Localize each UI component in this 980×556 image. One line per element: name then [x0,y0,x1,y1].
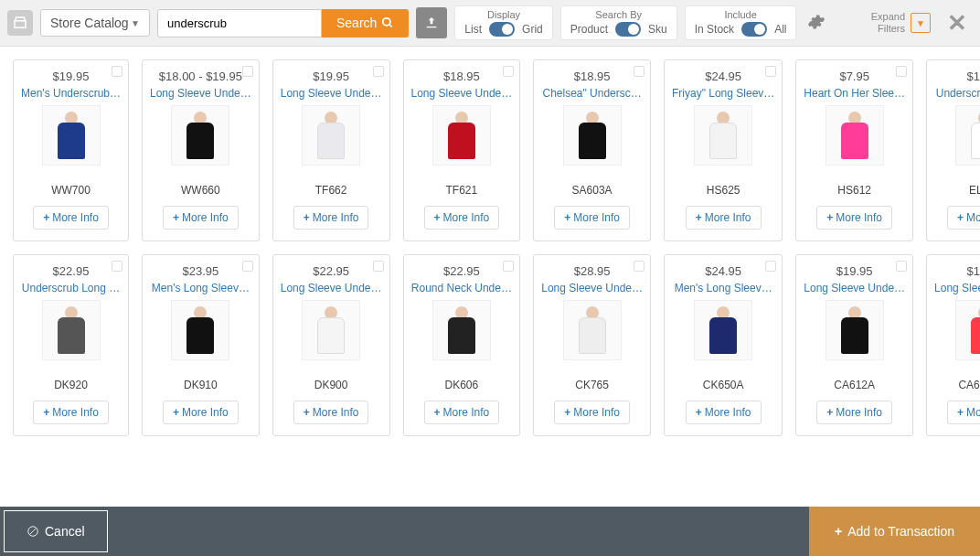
select-checkbox[interactable] [765,261,776,272]
add-to-transaction-button[interactable]: + Add to Transaction [809,507,980,511]
more-info-button[interactable]: More Info [163,206,239,230]
select-checkbox[interactable] [765,66,776,77]
searchby-toggle[interactable]: Search By Product Sku [560,5,677,40]
searchby-sku-label: Sku [648,23,667,36]
more-info-button[interactable]: More Info [33,206,109,230]
product-name-link[interactable]: Chelsea" Undersc… [541,87,643,100]
product-sku: WW700 [51,184,91,197]
product-price: $22.95 [53,264,90,278]
product-name-link[interactable]: Men's Long Sleev… [150,282,251,294]
more-info-button[interactable]: More Info [947,206,980,230]
search-button[interactable]: Search [322,9,409,37]
product-card: $19.95 Men's Underscrub… WW700 More Info [13,59,129,241]
select-checkbox[interactable] [634,66,644,77]
product-name-link[interactable]: Heart On Her Slee… [804,87,905,100]
product-sku: DK900 [314,379,348,391]
product-thumbnail[interactable] [302,105,360,166]
product-card: $19.95 Underscrubs Knit … EL915 More Inf… [926,59,980,241]
product-price: $24.95 [705,264,741,278]
display-toggle[interactable]: Display List Grid [454,5,552,40]
select-checkbox[interactable] [896,66,907,77]
catalog-dropdown[interactable]: Store Catalog ▼ [40,9,150,37]
more-info-button[interactable]: More Info [554,401,630,424]
product-name-link[interactable]: Long Sleeve Unde… [411,87,513,100]
product-name-link[interactable]: Men's Long Sleev… [672,282,774,294]
store-icon [7,10,33,36]
product-thumbnail[interactable] [432,105,491,166]
chevron-down-icon: ▼ [131,18,140,28]
more-info-button[interactable]: More Info [33,401,109,424]
product-name-link[interactable]: Underscrub Long … [21,282,121,294]
product-thumbnail[interactable] [432,300,491,360]
expand-filters-button[interactable]: Expand Filters ▼ [871,11,931,35]
product-thumbnail[interactable] [42,300,101,360]
include-toggle[interactable]: Include In Stock All [685,5,797,40]
searchby-label: Search By [595,9,642,20]
display-grid-label: Grid [522,23,543,36]
product-thumbnail[interactable] [955,105,980,166]
select-checkbox[interactable] [112,66,122,77]
search-input[interactable] [157,9,322,37]
cancel-button[interactable]: Cancel [4,510,108,511]
settings-button[interactable] [807,13,826,34]
product-thumbnail[interactable] [826,105,884,166]
product-price: $19.95 [313,70,349,83]
more-info-button[interactable]: More Info [686,401,762,424]
more-info-button[interactable]: More Info [163,401,239,424]
more-info-button[interactable]: More Info [424,401,500,424]
more-info-button[interactable]: More Info [293,401,369,424]
product-name-link[interactable]: Long Sleeve Unde… [281,87,382,100]
product-name-link[interactable]: Long Sleeve Unde… [934,282,980,294]
product-thumbnail[interactable] [171,300,229,360]
product-card: $24.95 Friyay" Long Sleev… HS625 More In… [664,59,783,241]
product-name-link[interactable]: Men's Underscrub… [21,87,121,100]
catalog-label: Store Catalog [50,16,129,30]
select-checkbox[interactable] [503,66,514,77]
select-checkbox[interactable] [242,66,253,77]
product-sku: DK606 [445,379,479,391]
product-thumbnail[interactable] [955,300,980,360]
product-name-link[interactable]: Long Sleeve Unde… [804,282,905,294]
select-checkbox[interactable] [634,261,644,272]
more-info-button[interactable]: More Info [554,206,630,230]
more-info-button[interactable]: More Info [816,206,892,230]
include-instock-label: In Stock [695,23,734,36]
product-thumbnail[interactable] [171,105,229,166]
product-price: $18.00 - $19.95 [159,70,242,83]
product-sku: DK910 [184,379,218,391]
select-checkbox[interactable] [373,261,384,272]
product-sku: TF662 [315,184,347,197]
product-name-link[interactable]: Long Sleeve Unde… [150,87,251,100]
select-checkbox[interactable] [242,261,253,272]
select-checkbox[interactable] [503,261,514,272]
select-checkbox[interactable] [112,261,122,272]
select-checkbox[interactable] [373,66,384,77]
product-thumbnail[interactable] [563,105,622,166]
close-button[interactable]: ✕ [947,9,967,37]
topbar: Store Catalog ▼ Search Display List Grid… [0,0,980,47]
more-info-button[interactable]: More Info [947,401,980,424]
product-name-link[interactable]: Long Sleeve Unde… [281,282,382,294]
more-info-button[interactable]: More Info [293,206,369,230]
product-name-link[interactable]: Underscrubs Knit … [934,87,980,100]
more-info-button[interactable]: More Info [424,206,500,230]
product-thumbnail[interactable] [694,105,752,166]
product-price: $22.95 [313,264,349,278]
product-thumbnail[interactable] [826,300,884,360]
product-thumbnail[interactable] [694,300,752,360]
include-all-label: All [774,23,786,36]
product-sku: HS612 [837,184,871,197]
product-thumbnail[interactable] [302,300,360,360]
more-info-button[interactable]: More Info [816,401,892,424]
more-info-button[interactable]: More Info [686,206,762,230]
upload-button[interactable] [416,7,447,38]
searchby-product-label: Product [570,23,608,36]
product-grid-area: $19.95 Men's Underscrub… WW700 More Info… [0,47,980,511]
product-name-link[interactable]: Round Neck Unde… [411,282,513,294]
product-name-link[interactable]: Long Sleeve Unde… [541,282,643,294]
product-thumbnail[interactable] [563,300,622,360]
select-checkbox[interactable] [896,261,907,272]
product-thumbnail[interactable] [42,105,101,166]
include-label: Include [724,9,756,20]
product-name-link[interactable]: Friyay" Long Sleev… [672,87,774,100]
